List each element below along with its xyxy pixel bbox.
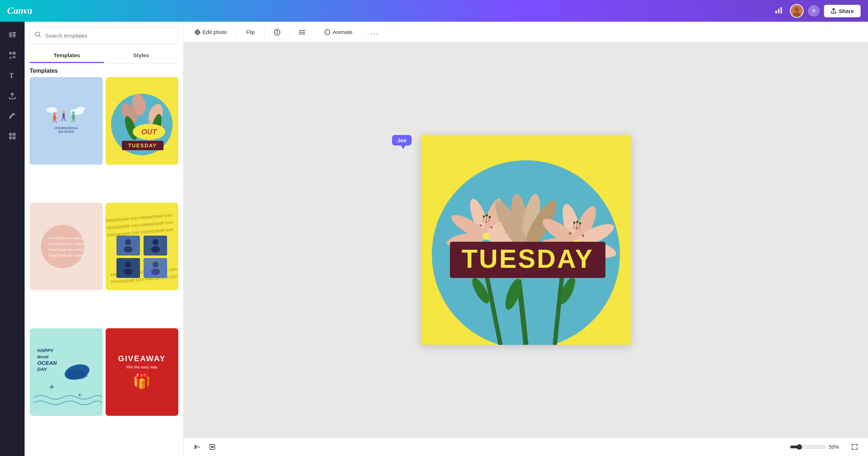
share-button[interactable]: Share [824,5,861,17]
animate-button[interactable]: Animate [320,27,356,38]
svg-point-133 [569,232,571,235]
svg-point-78 [153,262,158,267]
plus-button[interactable]: + [808,5,820,17]
svg-point-113 [490,226,493,228]
elements-button[interactable] [4,46,21,64]
svg-rect-16 [9,136,12,139]
play-button[interactable] [206,441,218,453]
tab-bar: Templates Styles [30,48,178,63]
upload-button[interactable] [4,87,21,104]
template-card-good-things[interactable]: Good things are coming Good things are c… [30,203,103,290]
tab-templates[interactable]: Templates [30,48,104,63]
template-card-ocean-day[interactable]: HAPPY World OCEAN DAY ✦ ✦ [30,328,103,416]
canvas-area[interactable]: Joe [184,43,868,437]
svg-point-21 [46,107,57,113]
giveaway-subtitle: Win the easy way [126,365,157,369]
svg-point-141 [576,221,578,223]
sidebar-panel: Templates Styles Templates [25,22,184,456]
svg-rect-6 [9,32,12,37]
svg-rect-15 [13,133,16,136]
bottom-right-controls: 50% [790,441,861,453]
animate-label: Animate [333,29,353,35]
svg-line-19 [39,35,41,37]
edit-photo-label: Edit photo [203,29,227,35]
bottom-bar: 50% [184,437,868,456]
svg-point-77 [124,269,132,275]
stats-button[interactable] [772,5,786,17]
search-wrapper [30,27,178,44]
svg-rect-14 [9,133,12,136]
bottom-left-controls [191,441,218,453]
svg-point-76 [125,262,131,267]
design-canvas[interactable]: OUT TUESDAY OUT TUESDAY [421,135,631,345]
svg-rect-37 [72,114,75,119]
svg-point-135 [575,227,578,229]
search-input[interactable] [30,27,178,44]
svg-rect-9 [13,37,16,37]
giveaway-title: GIVEAWAY [118,354,166,363]
template-card-tuesday[interactable]: OUT TUESDAY [106,77,179,165]
template-card-giveaway[interactable]: GIVEAWAY Win the easy way 🎁 [106,328,179,416]
svg-point-114 [485,221,487,223]
info-button[interactable] [271,26,284,39]
svg-rect-11 [13,52,16,55]
svg-point-74 [153,239,158,245]
zoom-label: 50% [829,444,844,450]
timeline-button[interactable] [191,441,203,453]
svg-rect-17 [13,136,16,139]
toolbar-divider-5 [362,28,362,37]
flip-label: Flip [246,29,255,35]
svg-text:TUESDAY: TUESDAY [461,244,593,273]
tab-styles[interactable]: Styles [104,48,179,63]
tooltip-text: Joe [397,137,407,143]
topbar: Canva + Share [0,0,868,22]
draw-button[interactable] [4,107,21,124]
template-card-friendship[interactable]: FRIENDSHIP DAY FRIENDSHIP DAY FRIENDSHIP… [106,203,179,290]
toolbar-divider-4 [314,28,315,37]
sidebar-toggle-button[interactable] [4,26,21,43]
toolbar-divider-1 [237,28,237,37]
svg-point-112 [480,224,482,227]
avatar[interactable] [790,4,804,18]
tooltip-arrow [400,144,405,149]
search-icon [35,31,41,40]
svg-rect-1 [778,9,779,13]
apps-button[interactable] [4,127,21,145]
canva-logo[interactable]: Canva [7,5,32,16]
template-card-youth-day[interactable]: INTERNATIONAL YOUTH DAY [30,77,103,165]
zoom-controls: 50% [790,444,844,450]
flip-button[interactable]: Flip [243,27,259,37]
toolbar-divider-2 [264,28,265,37]
svg-rect-7 [13,32,16,34]
svg-text:✦: ✦ [48,382,55,392]
svg-text:OUT: OUT [141,128,157,136]
svg-point-140 [573,221,575,224]
svg-point-73 [124,246,132,253]
more-options-icon: ... [370,28,379,36]
svg-text:Good things are coming: Good things are coming [48,236,84,240]
svg-point-100 [325,30,330,35]
zoom-slider[interactable] [790,444,826,450]
search-area [25,22,183,44]
svg-point-57 [41,225,84,268]
svg-point-89 [197,31,199,33]
svg-point-72 [125,239,131,245]
svg-point-24 [53,112,56,115]
svg-text:World: World [37,355,48,359]
edit-photo-button[interactable]: Edit photo [191,27,231,37]
align-button[interactable] [295,26,309,39]
text-button[interactable]: T [4,67,21,84]
content-area: Edit photo Flip Animate ... [184,22,868,456]
templates-section-label: Templates [25,63,183,77]
svg-point-96 [277,30,277,31]
svg-text:Good things are coming: Good things are coming [48,242,84,246]
svg-point-79 [151,269,160,275]
svg-rect-31 [63,113,65,118]
more-options-button[interactable]: ... [368,26,381,39]
svg-point-121 [489,216,491,218]
toolbar: Edit photo Flip Animate ... [184,22,868,43]
svg-text:Good things are coming: Good things are coming [48,248,84,252]
fullscreen-button[interactable] [848,441,861,453]
gift-icon: 🎁 [133,373,151,390]
svg-rect-2 [780,7,782,13]
